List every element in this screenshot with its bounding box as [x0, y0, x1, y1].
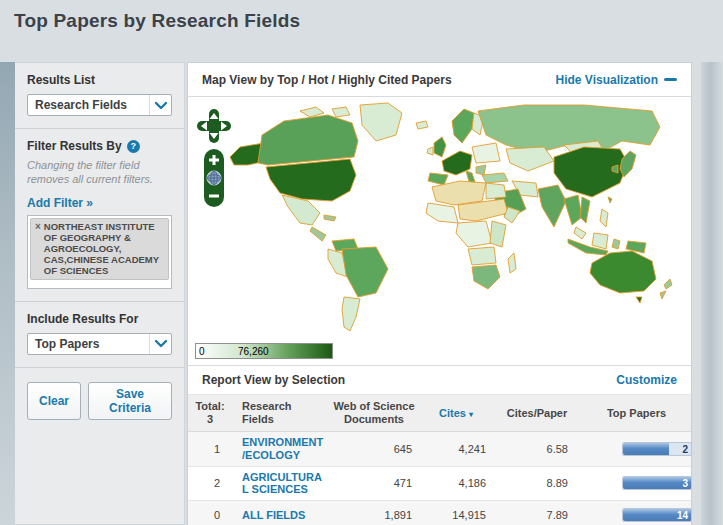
column-cites-per-paper: Cites/Paper — [492, 395, 582, 432]
hide-visualization-label: Hide Visualization — [556, 73, 658, 87]
chevron-down-icon[interactable] — [149, 95, 171, 115]
table-header-row: Total: 3 Research Fields Web of Science … — [188, 395, 691, 432]
column-wos-documents: Web of Science Documents — [328, 395, 420, 432]
page-title: Top Papers by Research Fields — [14, 10, 300, 32]
top-papers-bar-fill — [623, 477, 691, 489]
table-row: 2 AGRICULTURAL SCIENCES 471 4,186 8.89 3 — [188, 466, 691, 500]
sidebar: Results List Research Fields Filter Resu… — [15, 62, 185, 525]
report-view-header: Report View by Selection Customize — [188, 365, 691, 395]
main-panel: Map View by Top / Hot / Highly Cited Pap… — [187, 62, 692, 525]
help-icon[interactable]: ? — [127, 140, 140, 153]
globe-icon — [207, 171, 221, 185]
legend-min-label: 0 — [199, 346, 205, 357]
row-rank: 1 — [188, 432, 232, 466]
cites-value: 4,241 — [420, 432, 492, 466]
documents-value: 1,891 — [328, 500, 420, 525]
add-filter-link[interactable]: Add Filter » — [27, 196, 93, 210]
top-papers-bar: 3 — [622, 476, 692, 490]
report-table: Total: 3 Research Fields Web of Science … — [188, 395, 691, 525]
chevron-down-icon[interactable] — [149, 334, 171, 354]
column-research-fields: Research Fields — [232, 395, 328, 432]
map-legend: 0 76,260 — [195, 343, 333, 359]
world-map[interactable] — [224, 101, 686, 335]
clear-button[interactable]: Clear — [27, 382, 81, 420]
field-link[interactable]: ALL FIELDS — [242, 509, 305, 522]
top-papers-value: 2 — [682, 444, 688, 455]
table-row: 1 ENVIRONMENT/ECOLOGY 645 4,241 6.58 2 — [188, 432, 691, 466]
top-papers-bar-fill — [623, 443, 669, 455]
row-rank: 2 — [188, 466, 232, 500]
minus-icon — [664, 78, 677, 81]
documents-value: 645 — [328, 432, 420, 466]
save-criteria-button[interactable]: Save Criteria — [88, 382, 172, 420]
sort-down-icon: ▾ — [469, 410, 473, 419]
include-results-select[interactable]: Top Papers — [27, 333, 172, 355]
total-header: Total: 3 — [188, 395, 232, 432]
documents-value: 471 — [328, 466, 420, 500]
results-list-section: Results List Research Fields — [15, 63, 184, 129]
include-results-section: Include Results For Top Papers — [15, 302, 184, 368]
results-list-value: Research Fields — [28, 98, 127, 112]
map-view-title: Map View by Top / Hot / Highly Cited Pap… — [202, 73, 452, 87]
column-cites-sort[interactable]: Cites ▾ — [420, 395, 492, 432]
field-link[interactable]: AGRICULTURAL SCIENCES — [242, 471, 324, 496]
hide-visualization-link[interactable]: Hide Visualization — [556, 73, 677, 87]
map-area: 0 76,260 — [188, 97, 691, 365]
results-list-select[interactable]: Research Fields — [27, 94, 172, 116]
filter-listbox[interactable]: × NORTHEAST INSTITUTE OF GEOGRAPHY & AGR… — [27, 215, 172, 289]
top-papers-bar: 14 — [622, 508, 692, 522]
total-label: Total: — [192, 400, 228, 413]
legend-max-label: 76,260 — [238, 346, 269, 357]
filter-chip-text: NORTHEAST INSTITUTE OF GEOGRAPHY & AGROE… — [44, 221, 164, 276]
column-cites-label: Cites — [439, 407, 466, 419]
report-view-title: Report View by Selection — [202, 373, 345, 387]
field-link[interactable]: ENVIRONMENT/ECOLOGY — [242, 436, 324, 461]
cites-per-paper-value: 8.89 — [492, 466, 582, 500]
include-results-value: Top Papers — [28, 337, 99, 351]
sidebar-buttons: Clear Save Criteria — [15, 368, 184, 432]
top-papers-bar: 2 — [622, 442, 692, 456]
remove-icon[interactable]: × — [35, 221, 41, 276]
top-papers-value: 3 — [682, 478, 688, 489]
row-rank: 0 — [188, 500, 232, 525]
results-list-label: Results List — [27, 73, 172, 87]
filter-results-label: Filter Results By — [27, 139, 122, 153]
right-edge-decoration — [701, 62, 723, 525]
map-zoom-control[interactable] — [204, 149, 224, 211]
cites-per-paper-value: 6.58 — [492, 432, 582, 466]
filter-chip[interactable]: × NORTHEAST INSTITUTE OF GEOGRAPHY & AGR… — [30, 218, 169, 280]
table-row: 0 ALL FIELDS 1,891 14,915 7.89 14 — [188, 500, 691, 525]
cites-value: 14,915 — [420, 500, 492, 525]
customize-link[interactable]: Customize — [616, 373, 677, 387]
filter-section: Filter Results By ? Changing the filter … — [15, 129, 184, 302]
column-top-papers: Top Papers — [582, 395, 691, 432]
left-edge-decoration — [0, 62, 15, 525]
top-papers-value: 14 — [677, 510, 688, 521]
cites-per-paper-value: 7.89 — [492, 500, 582, 525]
cites-value: 4,186 — [420, 466, 492, 500]
filter-note: Changing the filter field removes all cu… — [27, 159, 172, 187]
map-view-header: Map View by Top / Hot / Highly Cited Pap… — [188, 63, 691, 97]
include-results-label: Include Results For — [27, 312, 172, 326]
total-value: 3 — [192, 413, 228, 426]
